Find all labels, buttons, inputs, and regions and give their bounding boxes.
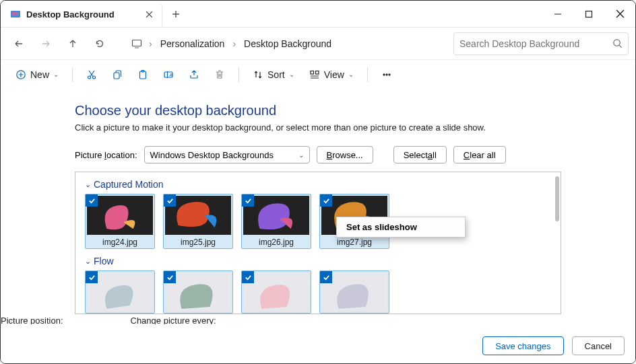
new-button[interactable]: New ⌄	[10, 65, 64, 85]
thumbnail-flow-4[interactable]	[319, 270, 389, 314]
up-button[interactable]	[61, 32, 84, 55]
view-label: View	[324, 69, 344, 80]
svg-point-18	[389, 73, 390, 75]
thumbnail-flow-1[interactable]	[85, 270, 155, 314]
toolbar: New ⌄ A Sort ⌄ View ⌄	[1, 60, 635, 89]
svg-point-16	[383, 73, 385, 75]
svg-rect-2	[12, 12, 19, 16]
svg-point-7	[88, 76, 91, 79]
svg-point-17	[386, 73, 387, 75]
monitor-icon	[130, 37, 144, 50]
context-set-slideshow[interactable]: Set as slideshow	[337, 217, 465, 237]
new-tab-button[interactable]	[162, 1, 189, 27]
breadcrumb-desktop-background[interactable]: Desktop Background	[241, 37, 334, 50]
thumbnail-label: img25.jpg	[165, 235, 231, 247]
tab-desktop-background[interactable]: Desktop Background	[1, 3, 162, 27]
check-icon[interactable]	[242, 194, 254, 207]
app-icon	[10, 9, 21, 20]
paste-button[interactable]	[132, 65, 154, 85]
new-label: New	[30, 69, 49, 80]
location-value: Windows Desktop Backgrounds	[150, 150, 274, 160]
copy-button[interactable]	[106, 65, 128, 85]
check-icon[interactable]	[164, 271, 176, 283]
tab-title: Desktop Background	[26, 9, 139, 20]
picture-gallery: ⌄ Captured Motion img24.jpg img25.jpg im…	[75, 172, 561, 314]
chevron-down-icon: ⌄	[298, 151, 304, 159]
search-box[interactable]	[453, 32, 629, 55]
check-icon[interactable]	[86, 194, 98, 207]
window-controls	[542, 1, 635, 27]
check-icon[interactable]	[164, 194, 176, 207]
chevron-right-icon: ›	[232, 38, 236, 49]
position-label: Picture position:	[1, 316, 63, 324]
group-label: Captured Motion	[94, 179, 164, 190]
thumb-row: img24.jpg img25.jpg img26.jpg img27.jpg	[85, 194, 551, 249]
location-combo[interactable]: Windows Desktop Backgrounds ⌄	[144, 146, 310, 163]
check-icon[interactable]	[86, 271, 98, 283]
sort-button[interactable]: Sort ⌄	[247, 65, 300, 85]
svg-rect-15	[315, 71, 319, 74]
group-label: Flow	[94, 256, 114, 266]
clear-all-button[interactable]: Clear all	[453, 146, 506, 163]
check-icon[interactable]	[320, 194, 332, 207]
svg-rect-9	[114, 73, 119, 79]
save-changes-button[interactable]: Save changes	[482, 336, 563, 355]
scrollbar-thumb[interactable]	[555, 176, 559, 221]
search-icon[interactable]	[612, 38, 623, 48]
breadcrumb[interactable]: › Personalization › Desktop Background	[126, 32, 449, 55]
thumbnail-img24[interactable]: img24.jpg	[85, 194, 155, 249]
search-input[interactable]	[459, 38, 608, 49]
location-row: Picture location: Windows Desktop Backgr…	[75, 146, 561, 163]
cut-button[interactable]	[81, 65, 102, 85]
chevron-down-icon: ⌄	[289, 71, 294, 78]
svg-point-5	[614, 40, 620, 46]
thumbnail-label: img26.jpg	[243, 235, 309, 247]
thumbnail-img26[interactable]: img26.jpg	[241, 194, 311, 249]
titlebar: Desktop Background	[1, 1, 635, 28]
view-button[interactable]: View ⌄	[304, 65, 359, 85]
thumbnail-flow-3[interactable]	[241, 270, 311, 314]
check-icon[interactable]	[320, 271, 332, 283]
delete-button[interactable]	[209, 65, 230, 85]
refresh-button[interactable]	[88, 32, 111, 55]
thumbnail-flow-2[interactable]	[163, 270, 233, 314]
svg-point-8	[93, 76, 96, 79]
navbar: › Personalization › Desktop Background	[1, 28, 635, 60]
chevron-down-icon: ⌄	[53, 71, 59, 78]
context-menu: Set as slideshow	[336, 217, 466, 238]
close-button[interactable]	[604, 1, 635, 27]
browse-button[interactable]: Browse...	[317, 146, 373, 163]
more-button[interactable]	[376, 65, 398, 85]
page-title: Choose your desktop background	[75, 103, 561, 118]
svg-text:A: A	[170, 72, 173, 77]
tab-close-icon[interactable]	[144, 10, 154, 20]
change-every-label: Change picture every:	[131, 316, 216, 324]
rename-button[interactable]: A	[158, 65, 179, 85]
cancel-button[interactable]: Cancel	[572, 336, 625, 355]
footer: Save changes Cancel	[1, 328, 635, 363]
svg-rect-14	[311, 71, 314, 74]
share-button[interactable]	[183, 65, 205, 85]
back-button[interactable]	[7, 32, 30, 55]
group-flow[interactable]: ⌄ Flow	[85, 256, 551, 266]
svg-rect-3	[586, 11, 592, 17]
location-label: Picture location:	[75, 150, 137, 160]
maximize-button[interactable]	[573, 1, 604, 27]
svg-rect-4	[133, 40, 141, 46]
chevron-down-icon: ⌄	[85, 180, 91, 189]
page-subtitle: Click a picture to make it your desktop …	[75, 122, 561, 133]
main-content: Choose your desktop background Click a p…	[1, 89, 635, 324]
breadcrumb-personalization[interactable]: Personalization	[158, 37, 228, 50]
thumbnail-label: img24.jpg	[87, 235, 153, 247]
select-all-button[interactable]: Select all	[393, 146, 447, 163]
thumb-row	[85, 270, 551, 314]
chevron-down-icon: ⌄	[348, 71, 354, 78]
group-captured-motion[interactable]: ⌄ Captured Motion	[85, 179, 551, 190]
minimize-button[interactable]	[542, 1, 573, 27]
check-icon[interactable]	[242, 271, 254, 283]
chevron-down-icon: ⌄	[85, 257, 91, 266]
svg-rect-10	[140, 71, 146, 79]
thumbnail-img25[interactable]: img25.jpg	[163, 194, 233, 249]
forward-button[interactable]	[34, 32, 57, 55]
chevron-right-icon: ›	[149, 38, 152, 49]
